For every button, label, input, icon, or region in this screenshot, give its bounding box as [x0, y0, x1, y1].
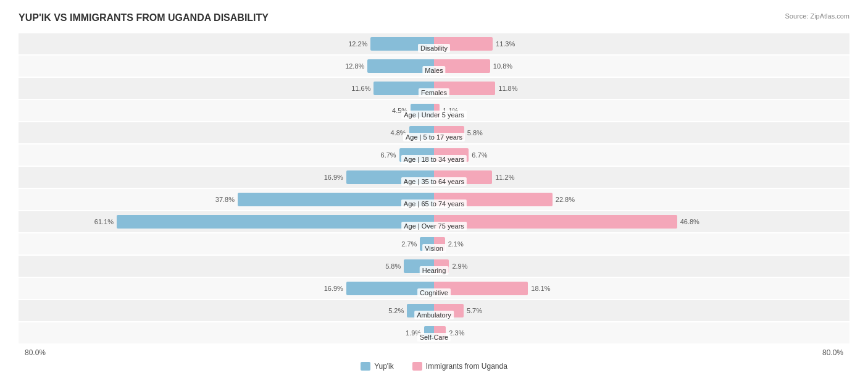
right-section: 2.9% [434, 259, 849, 273]
right-value: 11.2% [495, 174, 517, 181]
right-value: 5.7% [467, 307, 489, 314]
axis-left: 80.0% [19, 348, 434, 357]
bar-right [434, 215, 677, 229]
bar-row: 12.8% Males 10.8% [19, 56, 849, 77]
left-value: 6.7% [374, 151, 396, 159]
bar-left [367, 59, 434, 73]
legend-box-right [412, 362, 422, 371]
left-value: 5.2% [382, 307, 404, 314]
right-value: 1.1% [443, 107, 465, 114]
bar-row: 4.8% Age | 5 to 17 years 5.8% [19, 122, 849, 143]
right-value: 5.8% [467, 129, 490, 136]
bar-right [434, 37, 493, 51]
bar-right [434, 259, 449, 273]
right-value: 11.8% [498, 85, 520, 92]
left-section: 16.9% [19, 170, 434, 184]
chart-area: 12.2% Disability 11.3% 12.8% Males 10.8%… [19, 33, 849, 371]
bar-left [420, 237, 434, 251]
right-section: 18.1% [434, 282, 849, 295]
bar-left [373, 82, 434, 95]
bar-left [407, 304, 434, 317]
right-section: 2.1% [434, 237, 849, 251]
bar-row: 37.8% Age | 65 to 74 years 22.8% [19, 189, 849, 210]
right-value: 22.8% [556, 196, 578, 203]
bar-row: 11.6% Females 11.8% [19, 78, 849, 99]
bar-right [434, 148, 469, 162]
bar-right [434, 104, 440, 117]
legend: Yup'ik Immigrants from Uganda [19, 362, 849, 371]
left-value: 16.9% [321, 285, 343, 292]
right-value: 2.3% [449, 329, 471, 337]
bar-left [346, 170, 434, 184]
right-section: 5.8% [434, 126, 849, 140]
left-value: 12.2% [345, 40, 367, 48]
right-section: 11.8% [434, 82, 849, 95]
left-value: 4.8% [384, 129, 406, 136]
bar-row: 4.5% Age | Under 5 years 1.1% [19, 100, 849, 121]
left-value: 37.8% [212, 196, 235, 203]
right-value: 46.8% [680, 218, 703, 225]
left-value: 2.7% [394, 240, 417, 248]
left-value: 61.1% [91, 218, 114, 225]
source-label: Source: ZipAtlas.com [785, 12, 849, 20]
bar-row: 5.2% Ambulatory 5.7% [19, 300, 849, 321]
axis-row: 80.0% 80.0% [19, 348, 849, 357]
bar-row: 1.9% Self-Care 2.3% [19, 322, 849, 343]
left-section: 5.8% [19, 259, 434, 273]
title-row: YUP'IK VS IMMIGRANTS FROM UGANDA DISABIL… [19, 12, 849, 26]
bar-right [434, 304, 464, 317]
legend-label-right: Immigrants from Uganda [426, 362, 507, 371]
right-section: 5.7% [434, 304, 849, 317]
left-value: 11.6% [348, 85, 370, 92]
bar-left [117, 215, 434, 229]
bar-right [434, 237, 445, 251]
legend-label-left: Yup'ik [374, 362, 394, 371]
left-section: 4.5% [19, 104, 434, 117]
bar-right [434, 282, 528, 295]
bar-row: 2.7% Vision 2.1% [19, 233, 849, 254]
bar-left [399, 148, 434, 162]
bar-left [238, 193, 434, 206]
right-value: 2.1% [448, 240, 470, 248]
left-section: 16.9% [19, 282, 434, 295]
right-section: 1.1% [434, 104, 849, 117]
left-section: 11.6% [19, 82, 434, 95]
left-value: 12.8% [342, 62, 364, 70]
right-section: 11.3% [434, 37, 849, 51]
bar-row: 5.8% Hearing 2.9% [19, 256, 849, 277]
left-value: 16.9% [321, 174, 343, 181]
right-section: 10.8% [434, 59, 849, 73]
left-section: 37.8% [19, 193, 434, 206]
left-section: 1.9% [19, 326, 434, 340]
bar-row: 16.9% Cognitive 18.1% [19, 278, 849, 299]
right-value: 18.1% [531, 285, 553, 292]
legend-item-left: Yup'ik [361, 362, 394, 371]
bar-right [434, 170, 492, 184]
bar-left [346, 282, 434, 295]
left-value: 5.8% [378, 262, 401, 270]
chart-inner: 12.2% Disability 11.3% 12.8% Males 10.8%… [19, 33, 849, 345]
bar-right [434, 82, 495, 95]
left-value: 1.9% [399, 329, 421, 337]
bar-right [434, 193, 553, 206]
right-value: 6.7% [472, 151, 494, 159]
right-value: 2.9% [452, 262, 474, 270]
bar-left [409, 126, 434, 140]
left-value: 4.5% [385, 107, 407, 114]
right-value: 10.8% [493, 62, 515, 70]
bar-row: 16.9% Age | 35 to 64 years 11.2% [19, 167, 849, 188]
left-section: 61.1% [19, 215, 434, 229]
left-section: 2.7% [19, 237, 434, 251]
left-section: 6.7% [19, 148, 434, 162]
bar-right [434, 59, 490, 73]
bar-row: 12.2% Disability 11.3% [19, 33, 849, 54]
bar-left [411, 104, 434, 117]
bar-left [370, 37, 434, 51]
bar-right [434, 126, 464, 140]
bar-row: 6.7% Age | 18 to 34 years 6.7% [19, 145, 849, 166]
right-section: 22.8% [434, 193, 849, 206]
legend-box-left [361, 362, 370, 371]
right-section: 11.2% [434, 170, 849, 184]
bar-row: 61.1% Age | Over 75 years 46.8% [19, 211, 849, 232]
left-section: 4.8% [19, 126, 434, 140]
